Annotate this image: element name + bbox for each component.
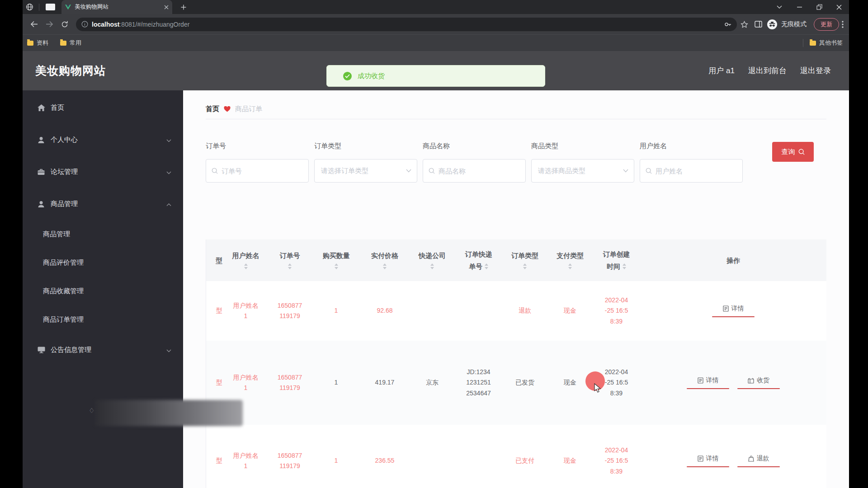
other-bookmarks[interactable]: 其他书签: [810, 39, 843, 47]
sort-caret-icon[interactable]: [288, 263, 292, 269]
sidebar-sub-label: 商品订单管理: [43, 315, 84, 324]
heart-icon: [224, 106, 231, 112]
forward-icon[interactable]: [42, 17, 57, 32]
sidebar-sub-goods-favorite[interactable]: 商品收藏管理: [23, 277, 183, 305]
search-icon: [646, 168, 652, 174]
url-text[interactable]: localhost:8081/#/meizhuangOrder: [92, 21, 724, 28]
current-user[interactable]: 用户 a1: [708, 66, 735, 76]
minimize-icon[interactable]: [789, 0, 809, 14]
sidebar-item-label: 商品管理: [51, 200, 78, 208]
info-icon[interactable]: [81, 21, 88, 28]
cell-type: 型: [206, 305, 224, 316]
button-underline: [687, 388, 729, 389]
search-icon: [429, 168, 435, 174]
order-no-input[interactable]: [222, 167, 303, 175]
filter-label: 订单号: [206, 142, 309, 151]
url-path: :8081/#/meizhuangOrder: [119, 21, 189, 28]
order-type-select[interactable]: 请选择订单类型: [314, 159, 417, 183]
sidebar-item-personal[interactable]: 个人中心: [23, 124, 183, 156]
tab-title: 美妆购物网站: [75, 3, 164, 11]
sidebar-sub-goods-manage[interactable]: 商品管理: [23, 220, 183, 249]
user-name-input[interactable]: [656, 167, 737, 175]
sidebar-item-label: 公告信息管理: [51, 346, 91, 354]
new-tab-icon[interactable]: [177, 0, 190, 14]
column-header: 订单创建: [603, 248, 630, 260]
refund-button[interactable]: 退款: [737, 455, 780, 467]
column-header: 支付类型: [557, 249, 584, 262]
sort-caret-icon[interactable]: [523, 263, 527, 269]
address-bar[interactable]: localhost:8081/#/meizhuangOrder: [76, 18, 737, 31]
column-header: 购买数量: [323, 249, 350, 262]
sort-caret-icon[interactable]: [430, 263, 434, 269]
restore-icon[interactable]: [809, 0, 829, 14]
goods-name-input[interactable]: [439, 167, 520, 175]
cell-user: 用户姓名 1: [224, 450, 267, 471]
side-panel-icon[interactable]: [755, 21, 762, 28]
sort-caret-icon[interactable]: [244, 263, 248, 269]
key-icon[interactable]: [724, 21, 731, 28]
sidebar-item-forum[interactable]: 论坛管理: [23, 156, 183, 188]
detail-button[interactable]: 详情: [687, 455, 729, 467]
browser-tab[interactable]: 美妆购物网站: [61, 0, 172, 14]
sort-caret-icon[interactable]: [568, 263, 572, 269]
close-window-icon[interactable]: [829, 0, 849, 14]
sidebar-item-home[interactable]: 首页: [23, 92, 183, 124]
tab-search-icon[interactable]: [769, 0, 789, 14]
cell-courier: 京东: [410, 377, 455, 388]
incognito-badge: 无痕模式: [767, 19, 807, 30]
back-icon[interactable]: [26, 17, 42, 32]
cell-order-type: 已发货: [502, 377, 547, 388]
bookmark-folder-ziliao[interactable]: 资料: [27, 39, 48, 47]
sidebar-sub-goods-order[interactable]: 商品订单管理: [23, 305, 183, 334]
update-button[interactable]: 更新: [814, 18, 839, 31]
pinned-tab[interactable]: [46, 4, 55, 10]
globe-icon[interactable]: [23, 0, 36, 14]
sidebar-sub-goods-review[interactable]: 商品评价管理: [23, 249, 183, 277]
breadcrumb: 首页 商品订单: [206, 90, 826, 113]
goods-type-select[interactable]: 请选择商品类型: [531, 159, 634, 183]
chevron-down-icon: [166, 136, 171, 144]
search-icon: [212, 168, 218, 174]
document-icon: [698, 455, 703, 462]
breadcrumb-home[interactable]: 首页: [206, 105, 219, 113]
browser-toolbar: localhost:8081/#/meizhuangOrder 无痕模式 更新: [23, 14, 849, 34]
column-header: 订单类型: [511, 249, 538, 262]
bookmark-label: 资料: [37, 39, 48, 47]
column-header: 实付价格: [371, 249, 398, 262]
column-header: 用户姓名: [232, 249, 259, 262]
cell-order-no: 1650877 119179: [267, 450, 312, 471]
sort-caret-icon[interactable]: [383, 263, 387, 269]
incognito-icon: [767, 19, 778, 30]
receive-button[interactable]: 收货: [737, 376, 780, 389]
detail-button[interactable]: 详情: [712, 305, 755, 317]
sidebar-item-notice[interactable]: 公告信息管理: [23, 334, 183, 366]
filter-label: 商品类型: [531, 142, 634, 151]
sort-caret-icon[interactable]: [335, 263, 338, 269]
cell-type: 型: [206, 455, 224, 466]
detail-button[interactable]: 详情: [687, 376, 729, 389]
exit-to-front-link[interactable]: 退出到前台: [748, 66, 787, 76]
app-title: 美妆购物网站: [35, 63, 106, 78]
filter-order-no: 订单号: [206, 142, 309, 183]
vue-icon: [65, 5, 71, 10]
menu-dots-icon[interactable]: [842, 21, 844, 28]
sort-caret-icon[interactable]: [623, 263, 626, 269]
sort-caret-icon[interactable]: [485, 263, 488, 269]
query-button[interactable]: 查询: [772, 142, 814, 162]
action-label: 详情: [706, 455, 719, 463]
close-tab-icon[interactable]: [164, 5, 169, 9]
button-underline: [687, 466, 729, 467]
button-underline: [712, 316, 755, 317]
cell-qty: 1: [312, 455, 360, 466]
sidebar-item-goods[interactable]: 商品管理: [23, 188, 183, 220]
reload-icon[interactable]: [57, 17, 72, 32]
bookmark-folder-changyong[interactable]: 常用: [60, 39, 81, 47]
cell-qty: 1: [312, 377, 360, 388]
cell-order-no: 1650877 119179: [267, 372, 312, 393]
logout-link[interactable]: 退出登录: [800, 66, 831, 76]
cell-type: 型: [206, 377, 224, 388]
column-header: 快递公司: [419, 249, 446, 262]
cell-order-type: 已支付: [502, 455, 547, 466]
cell-order-type: 退款: [502, 305, 547, 316]
star-icon[interactable]: [741, 21, 748, 28]
